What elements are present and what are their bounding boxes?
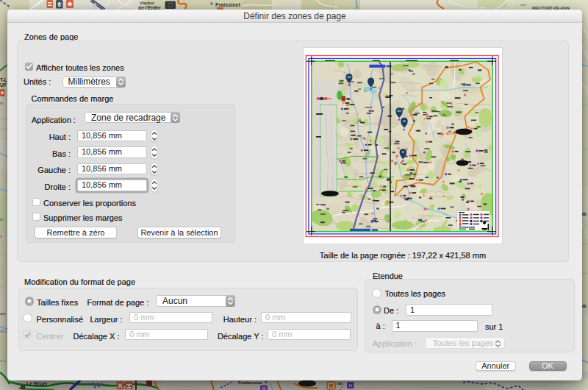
svg-text:H: H <box>349 383 352 388</box>
svg-text:Fraissinet: Fraissinet <box>215 1 241 8</box>
svg-text:re: re <box>0 218 3 221</box>
svg-text:Fradassoux: Fradassoux <box>238 380 262 385</box>
svg-text:205: 205 <box>347 75 351 78</box>
svg-text:66: 66 <box>403 119 406 122</box>
svg-text:Bud: Bud <box>0 329 7 333</box>
svg-text:M: M <box>402 151 404 154</box>
svg-text:www: www <box>520 4 526 7</box>
svg-text:UF: UF <box>0 82 7 88</box>
svg-text:ur: ur <box>0 102 4 105</box>
svg-text:262: 262 <box>397 110 401 113</box>
svg-text:M: M <box>262 386 266 390</box>
svg-text:aze: aze <box>0 312 6 316</box>
svg-text:n L: n L <box>0 358 6 363</box>
svg-text:Le Bruel: Le Bruel <box>26 381 47 386</box>
svg-text:lib: lib <box>337 381 342 386</box>
svg-text:NOIRE: NOIRE <box>446 131 456 135</box>
svg-text:H: H <box>58 4 60 7</box>
svg-text:T-L: T-L <box>0 77 7 82</box>
